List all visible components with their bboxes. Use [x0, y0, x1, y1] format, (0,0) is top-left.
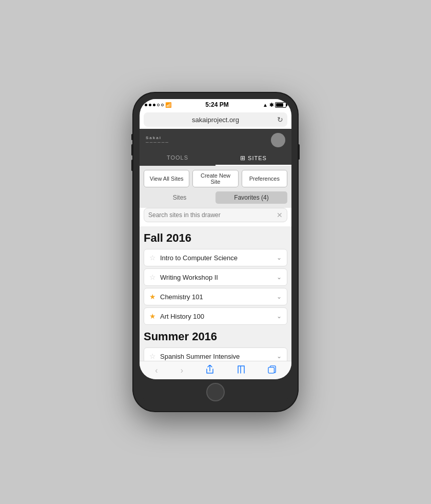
- chevron-down-icon: ⌄: [277, 313, 282, 320]
- section-title-fall: Fall 2016: [144, 231, 287, 245]
- volume-down-button: [131, 160, 133, 171]
- list-item[interactable]: ★ Chemistry 101 ⌄: [144, 288, 287, 305]
- chevron-down-icon: ⌄: [277, 293, 282, 300]
- star-icon-filled[interactable]: ★: [149, 293, 156, 301]
- svg-rect-0: [268, 367, 275, 373]
- phone-device: 📶 5:24 PM ▲ ✱ sakaiproject.org ↻ Sakai: [133, 93, 298, 411]
- signal-area: 📶: [145, 102, 171, 108]
- browser-toolbar: ‹ ›: [140, 361, 291, 379]
- battery-fill: [276, 103, 283, 107]
- bookmarks-button[interactable]: [233, 363, 249, 378]
- site-name: Intro to Computer Science: [160, 254, 277, 262]
- view-all-sites-button[interactable]: View All Sites: [144, 170, 189, 187]
- share-button[interactable]: [202, 363, 218, 378]
- preferences-button[interactable]: Preferences: [242, 170, 287, 187]
- site-name: Spanish Summer Intensive: [160, 353, 277, 360]
- star-icon[interactable]: ☆: [149, 254, 156, 262]
- search-clear-button[interactable]: ✕: [277, 211, 283, 219]
- list-item[interactable]: ☆ Writing Workshop II ⌄: [144, 268, 287, 286]
- home-button[interactable]: [206, 383, 225, 401]
- phone-screen: 📶 5:24 PM ▲ ✱ sakaiproject.org ↻ Sakai: [140, 99, 291, 379]
- action-buttons-row: View All Sites Create New Site Preferenc…: [140, 166, 291, 191]
- site-name: Chemistry 101: [160, 293, 277, 301]
- battery-tip: [286, 104, 287, 106]
- status-bar: 📶 5:24 PM ▲ ✱: [140, 99, 291, 110]
- sub-tabs: Sites Favorites (4): [140, 191, 291, 208]
- star-icon[interactable]: ☆: [149, 352, 156, 360]
- signal-dot-3: [153, 104, 155, 106]
- tabs-button[interactable]: [264, 363, 280, 378]
- reload-button[interactable]: ↻: [277, 115, 283, 124]
- sakai-logo-text: Sakai: [146, 136, 169, 140]
- mute-button: [131, 134, 133, 140]
- location-icon: ▲: [263, 102, 268, 108]
- volume-buttons: [131, 134, 133, 171]
- sub-tab-favorites[interactable]: Favorites (4): [215, 191, 287, 204]
- sakai-logo-underline: ──────: [146, 141, 169, 145]
- sakai-logo: Sakai ──────: [146, 135, 169, 145]
- wifi-icon: 📶: [165, 102, 171, 108]
- star-icon[interactable]: ☆: [149, 273, 156, 281]
- chevron-down-icon: ⌄: [277, 274, 282, 281]
- battery-icon: [275, 102, 286, 108]
- signal-dot-4: [157, 104, 160, 106]
- sub-tab-sites[interactable]: Sites: [144, 191, 215, 204]
- power-btn: [298, 144, 300, 160]
- signal-dot-2: [149, 104, 151, 106]
- list-item[interactable]: ☆ Spanish Summer Intensive ⌄: [144, 347, 287, 361]
- forward-button[interactable]: ›: [177, 364, 187, 377]
- signal-dot-1: [145, 104, 147, 106]
- sakai-header: Sakai ──────: [140, 129, 291, 151]
- star-icon-filled[interactable]: ★: [149, 312, 156, 320]
- user-avatar[interactable]: [271, 133, 285, 147]
- phone-home-area: [140, 379, 291, 405]
- search-bar[interactable]: ✕: [144, 208, 287, 222]
- chevron-down-icon: ⌄: [277, 254, 282, 261]
- sites-label: SITES: [248, 155, 267, 161]
- app-content: Sakai ────── TOOLS ⊞ SITES View All Site…: [140, 129, 291, 379]
- signal-dot-5: [161, 104, 164, 106]
- tab-sites[interactable]: ⊞ SITES: [215, 151, 291, 166]
- section-title-summer: Summer 2016: [144, 330, 287, 343]
- power-button: [298, 144, 300, 160]
- create-new-site-button[interactable]: Create New Site: [192, 170, 238, 187]
- status-time: 5:24 PM: [205, 101, 228, 108]
- search-input[interactable]: [148, 211, 273, 219]
- tab-tools[interactable]: TOOLS: [140, 151, 215, 166]
- site-name: Writing Workshop II: [160, 274, 277, 281]
- tools-label: TOOLS: [167, 154, 188, 161]
- url-text: sakaiproject.org: [192, 116, 239, 124]
- grid-icon: ⊞: [240, 154, 246, 162]
- list-item[interactable]: ★ Art History 100 ⌄: [144, 307, 287, 325]
- back-button[interactable]: ‹: [151, 364, 162, 377]
- url-bar[interactable]: sakaiproject.org ↻: [144, 112, 287, 127]
- site-name: Art History 100: [160, 313, 277, 320]
- sites-list: Fall 2016 ☆ Intro to Computer Science ⌄ …: [140, 226, 291, 361]
- nav-tabs: TOOLS ⊞ SITES: [140, 151, 291, 166]
- volume-up-button: [131, 144, 133, 156]
- chevron-down-icon: ⌄: [277, 353, 282, 360]
- status-right: ▲ ✱: [263, 102, 286, 108]
- list-item[interactable]: ☆ Intro to Computer Science ⌄: [144, 249, 287, 266]
- bluetooth-icon: ✱: [269, 102, 273, 108]
